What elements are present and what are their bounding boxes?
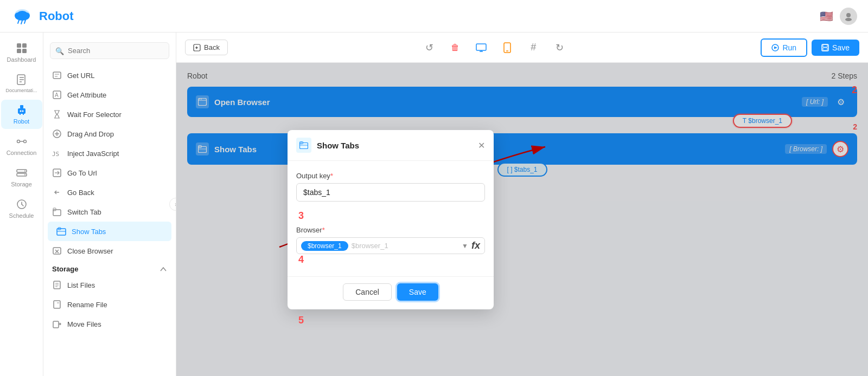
go-to-url-icon: [52, 168, 62, 178]
storage-section-label: Storage: [52, 265, 78, 273]
go-back-icon: [52, 187, 62, 197]
dropdown-icon[interactable]: ▼: [462, 242, 468, 250]
svg-point-9: [845, 18, 852, 21]
sidebar-item-storage[interactable]: Storage: [1, 163, 42, 192]
sidebar-item-robot[interactable]: Robot: [1, 100, 42, 129]
sidebar-item-switch-tab[interactable]: Switch Tab: [43, 202, 176, 222]
storage-section-header: Storage: [43, 261, 176, 275]
left-nav: Dashboard Documentati... Robot Connectio…: [0, 33, 43, 376]
save-icon: [821, 44, 829, 51]
modal-header: Show Tabs ✕: [288, 130, 494, 161]
back-button[interactable]: Back: [185, 40, 228, 55]
show-tabs-modal: Show Tabs ✕ Output key* 3: [288, 130, 494, 309]
drag-and-drop-label: Drag And Drop: [67, 130, 114, 138]
sidebar-item-rename-file[interactable]: Rename File: [43, 295, 176, 314]
svg-line-5: [18, 20, 19, 23]
cancel-button[interactable]: Cancel: [343, 283, 392, 301]
modal-save-button[interactable]: Save: [397, 283, 438, 301]
topbar: Robot 🇺🇸: [0, 0, 868, 33]
list-files-icon: [52, 280, 62, 290]
get-url-label: Get URL: [67, 72, 95, 80]
modal-body: Output key* 3 Browser* $browser_1 $brows…: [288, 161, 494, 276]
run-icon: [771, 44, 779, 51]
sidebar-item-show-tabs[interactable]: Show Tabs: [48, 222, 171, 241]
fx-button[interactable]: fx: [471, 240, 480, 251]
documentation-label: Documentati...: [5, 88, 37, 93]
svg-rect-23: [23, 113, 24, 115]
connection-icon: [16, 135, 28, 147]
svg-point-20: [20, 111, 21, 112]
save-button[interactable]: Save: [812, 40, 859, 56]
save-label: Save: [832, 43, 850, 52]
logo-area: Robot: [11, 5, 74, 28]
undo-button[interactable]: ↺: [420, 39, 438, 56]
browser-tag: $browser_1: [301, 241, 348, 251]
mobile-icon: [503, 42, 511, 53]
sidebar-item-go-back[interactable]: Go Back: [43, 183, 176, 202]
sidebar-item-documentation[interactable]: Documentati...: [1, 69, 42, 98]
wait-for-selector-label: Wait For Selector: [67, 111, 122, 119]
storage-icon: [16, 167, 28, 179]
back-icon: [193, 44, 201, 51]
svg-text:JS: JS: [52, 151, 59, 158]
svg-rect-10: [17, 43, 21, 48]
sidebar-item-move-files[interactable]: Move Files: [43, 314, 176, 334]
robot-label: Robot: [14, 118, 29, 125]
sidebar-item-inject-javascript[interactable]: JS Inject JavaScript: [43, 144, 176, 163]
cloud-logo-icon: [11, 5, 34, 28]
svg-rect-34: [53, 72, 61, 79]
hashtag-button[interactable]: #: [525, 39, 542, 56]
back-label: Back: [204, 43, 220, 51]
svg-rect-13: [22, 49, 27, 53]
search-input[interactable]: [50, 42, 169, 59]
svg-rect-73: [823, 48, 827, 50]
go-to-url-label: Go To Url: [67, 169, 97, 177]
robot-icon: [16, 104, 28, 116]
dashboard-label: Dashboard: [7, 56, 36, 63]
search-icon: 🔍: [55, 47, 64, 55]
book-icon: [16, 74, 28, 86]
sidebar-item-get-attribute[interactable]: A Get Attribute: [43, 85, 176, 105]
annotation-5: 5: [298, 315, 304, 326]
app-title: Robot: [39, 9, 74, 23]
sidebar-item-connection[interactable]: Connection: [1, 131, 42, 160]
close-browser-label: Close Browser: [67, 247, 113, 255]
browser-placeholder: $browser_1: [352, 242, 458, 250]
sidebar-item-close-browser[interactable]: Close Browser: [43, 241, 176, 261]
rename-file-icon: [52, 300, 62, 309]
browser-label: Browser*: [296, 226, 485, 234]
grid-icon: [16, 42, 28, 54]
mobile-button[interactable]: [499, 39, 516, 56]
move-files-label: Move Files: [67, 320, 101, 328]
svg-point-24: [17, 140, 20, 143]
redo-button[interactable]: ↻: [551, 39, 568, 56]
modal-close-button[interactable]: ✕: [478, 140, 485, 151]
go-back-label: Go Back: [67, 189, 94, 197]
sidebar-item-list-files[interactable]: List Files: [43, 275, 176, 295]
avatar[interactable]: [840, 8, 857, 25]
sidebar-item-drag-and-drop[interactable]: Drag And Drop: [43, 124, 176, 144]
sidebar-item-get-url[interactable]: Get URL: [43, 66, 176, 85]
browser-field[interactable]: $browser_1 $browser_1 ▼ fx: [296, 237, 485, 254]
svg-point-21: [22, 111, 23, 112]
run-button[interactable]: Run: [761, 38, 807, 57]
desktop-button[interactable]: [473, 39, 490, 56]
modal-footer: Cancel Save: [288, 276, 494, 309]
sidebar-search-area: 🔍: [50, 42, 169, 59]
svg-point-8: [846, 13, 851, 17]
delete-button[interactable]: 🗑: [446, 39, 464, 56]
svg-rect-18: [18, 108, 25, 114]
chevron-up-icon[interactable]: [159, 265, 167, 273]
output-key-label: Output key*: [296, 172, 485, 180]
svg-point-30: [24, 174, 25, 176]
sidebar-item-go-to-url[interactable]: Go To Url: [43, 163, 176, 183]
hourglass-icon: [52, 109, 62, 119]
sidebar-item-wait-for-selector[interactable]: Wait For Selector: [43, 105, 176, 124]
sidebar-item-dashboard[interactable]: Dashboard: [1, 38, 42, 67]
sidebar-item-schedule[interactable]: Schedule: [1, 194, 42, 223]
svg-line-6: [21, 21, 22, 24]
svg-rect-22: [20, 113, 21, 115]
storage-label: Storage: [11, 181, 32, 187]
toolbar-right: Run Save: [761, 38, 859, 57]
output-key-input[interactable]: [296, 183, 485, 202]
